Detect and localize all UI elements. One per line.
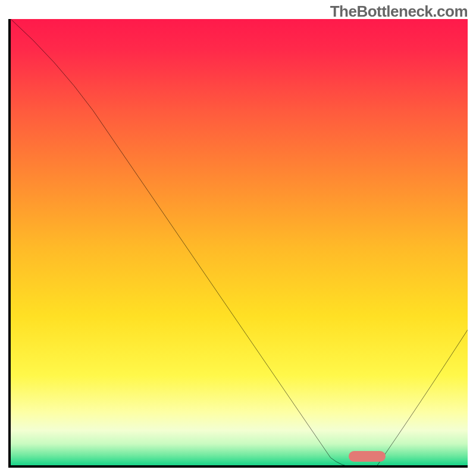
optimal-range-marker <box>349 451 385 462</box>
bottleneck-curve <box>11 19 468 468</box>
bottleneck-chart: TheBottleneck.com <box>0 0 476 476</box>
watermark-text: TheBottleneck.com <box>330 2 468 21</box>
plot-area <box>8 19 468 468</box>
